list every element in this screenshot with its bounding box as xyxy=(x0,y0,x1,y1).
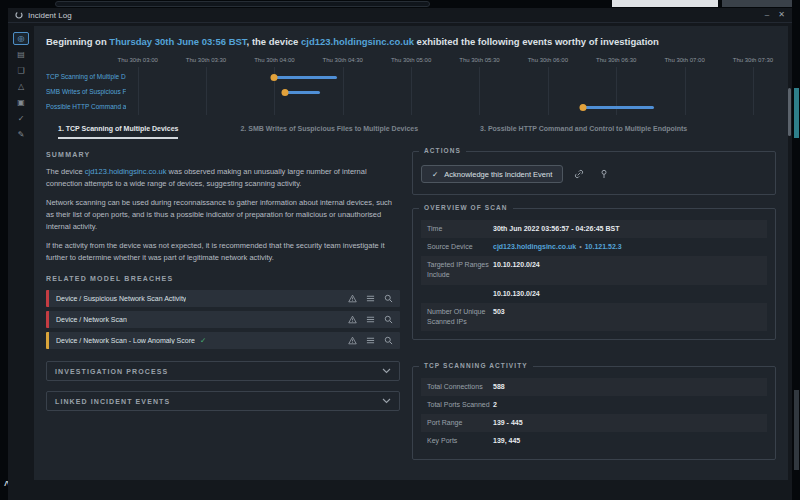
warning-triangle-icon[interactable] xyxy=(348,315,357,324)
chevron-down-icon[interactable] xyxy=(382,368,391,374)
list-icon[interactable] xyxy=(366,336,375,345)
edit-icon[interactable]: ✎ xyxy=(13,128,29,141)
link-icon xyxy=(574,169,584,179)
timeline-tick-label: Thu 30th 07:00 xyxy=(664,57,704,63)
bullet-separator: • xyxy=(579,243,581,250)
tcp-scanning-activity-title: TCP SCANNING ACTIVITY xyxy=(419,362,533,369)
breach-alert-icon[interactable]: △ xyxy=(13,80,29,93)
timeline-event-track xyxy=(126,85,774,99)
tcp-scanning-activity-panel: TCP SCANNING ACTIVITY Total Connections … xyxy=(412,366,776,460)
timeline-event-dot[interactable] xyxy=(281,89,288,96)
breach-row[interactable]: Device / Suspicious Network Scan Activit… xyxy=(46,290,400,307)
timeline-event-bar[interactable] xyxy=(285,91,321,94)
magnifier-icon[interactable] xyxy=(384,294,393,303)
breach-row-actions xyxy=(348,336,393,345)
chevron-down-icon[interactable] xyxy=(382,398,391,404)
tab-tcp-scanning[interactable]: 1. TCP Scanning of Multiple Devices xyxy=(58,125,178,139)
device-link[interactable]: cjd123.holdingsinc.co.uk xyxy=(85,167,167,176)
actions-row: ✓ Acknowledge this Incident Event xyxy=(421,163,767,186)
row-label: Key Ports xyxy=(427,436,493,446)
timeline-row-label[interactable]: TCP Scanning of Multiple D... xyxy=(46,69,126,84)
row-label: Time xyxy=(427,224,493,234)
breach-row[interactable]: Device / Network Scan xyxy=(46,311,400,328)
tab-smb-writes[interactable]: 2. SMB Writes of Suspicious Files to Mul… xyxy=(240,125,418,139)
list-icon[interactable] xyxy=(366,294,375,303)
overview-row-targeted-ranges: Targeted IP Ranges Include 10.10.120.0/2… xyxy=(421,256,767,284)
page-title: Beginning on Thursday 30th June 03:56 BS… xyxy=(46,36,776,47)
background-gray-sliver xyxy=(794,390,799,470)
link-action-button[interactable] xyxy=(570,165,588,183)
timeline-row-labels: TCP Scanning of Multiple D...SMB Writes … xyxy=(46,57,126,117)
source-device-link[interactable]: cjd123.holdingsinc.co.uk xyxy=(493,243,576,250)
row-value: cjd123.holdingsinc.co.uk•10.121.52.3 xyxy=(493,242,761,252)
investigation-process-section[interactable]: INVESTIGATION PROCESS xyxy=(46,361,400,381)
investigation-process-title: INVESTIGATION PROCESS xyxy=(55,368,168,375)
timeline-row-label[interactable]: SMB Writes of Suspicious F... xyxy=(46,84,126,99)
overview-row-time: Time 30th Jun 2022 03:56:57 - 04:26:45 B… xyxy=(421,220,767,238)
tcp-row-key-ports: Key Ports 139, 445 xyxy=(421,432,767,450)
pin-action-button[interactable] xyxy=(595,165,613,183)
acknowledge-button-label: Acknowledge this Incident Event xyxy=(444,170,552,179)
window-body: ◎ ▤ ❑ △ ▣ ✓ ✎ Beginning on Thursday 30th… xyxy=(8,23,792,500)
pin-icon xyxy=(599,169,609,179)
row-label: Number Of Unique Scanned IPs xyxy=(427,307,493,327)
tcp-row-total-connections: Total Connections 588 xyxy=(421,378,767,396)
device-link[interactable]: cjd123.holdingsinc.co.uk xyxy=(301,36,414,47)
list-icon[interactable] xyxy=(366,315,375,324)
breach-label: Device / Network Scan - Low Anomaly Scor… xyxy=(56,337,195,344)
task-check-icon[interactable]: ✓ xyxy=(13,112,29,125)
acknowledge-button[interactable]: ✓ Acknowledge this Incident Event xyxy=(421,165,563,183)
graph-icon[interactable]: ▤ xyxy=(13,48,29,61)
incident-page: Beginning on Thursday 30th June 03:56 BS… xyxy=(34,26,788,480)
comment-icon[interactable]: ❑ xyxy=(13,64,29,77)
breach-row-actions xyxy=(348,315,393,324)
timeline-tick-label: Thu 30th 05:30 xyxy=(459,57,499,63)
heading-prefix: Beginning on xyxy=(46,36,109,47)
overview-of-scan-title: OVERVIEW OF SCAN xyxy=(419,204,513,211)
heading-suffix: exhibited the following events worthy of… xyxy=(414,36,659,47)
summary-p1-pre: The device xyxy=(46,167,85,176)
timeline-event-bar[interactable] xyxy=(583,106,654,109)
magnifier-icon[interactable] xyxy=(384,336,393,345)
warning-triangle-icon[interactable] xyxy=(348,294,357,303)
row-value: 139 - 445 xyxy=(493,418,761,428)
shield-icon[interactable]: ▣ xyxy=(13,96,29,109)
row-value: 139, 445 xyxy=(493,436,761,446)
close-button[interactable]: ✕ xyxy=(778,11,785,19)
tcp-row-total-ports: Total Ports Scanned 2 xyxy=(421,396,767,414)
breach-row[interactable]: Device / Network Scan - Low Anomaly Scor… xyxy=(46,332,400,349)
summary-paragraph-3: If the activity from the device was not … xyxy=(46,240,400,263)
timeline-tick-label: Thu 30th 07:30 xyxy=(733,57,773,63)
source-ip-link[interactable]: 10.121.52.3 xyxy=(585,243,622,250)
timeline-tick-label: Thu 30th 03:00 xyxy=(117,57,157,63)
timeline-event-dot[interactable] xyxy=(579,104,586,111)
background-search-bar xyxy=(55,1,430,7)
overview-of-scan-panel: OVERVIEW OF SCAN Time 30th Jun 2022 03:5… xyxy=(412,208,776,340)
linked-incident-events-section[interactable]: LINKED INCIDENT EVENTS xyxy=(46,391,400,411)
timeline-event-bar[interactable] xyxy=(274,76,336,79)
timeline-tick-label: Thu 30th 04:30 xyxy=(323,57,363,63)
summary-paragraph-1: The device cjd123.holdingsinc.co.uk was … xyxy=(46,166,400,189)
warning-triangle-icon[interactable] xyxy=(348,336,357,345)
sidebar-icon-rail: ◎ ▤ ❑ △ ▣ ✓ ✎ xyxy=(8,23,34,500)
related-model-breaches-title: RELATED MODEL BREACHES xyxy=(46,275,400,282)
actions-panel: ACTIONS ✓ Acknowledge this Incident Even… xyxy=(412,151,776,195)
breach-row-actions xyxy=(348,294,393,303)
incident-date-link[interactable]: Thursday 30th June 03:56 BST xyxy=(109,36,246,47)
timeline-tick-label: Thu 30th 06:30 xyxy=(596,57,636,63)
timeline-row-label[interactable]: Possible HTTP Command and ... xyxy=(46,99,126,114)
minimize-button[interactable]: – xyxy=(765,11,769,19)
timeline-event-dot[interactable] xyxy=(271,74,278,81)
window-scrollbar-thumb[interactable] xyxy=(788,88,791,136)
overview-row-source-device: Source Device cjd123.holdingsinc.co.uk•1… xyxy=(421,238,767,256)
magnifier-icon[interactable] xyxy=(384,315,393,324)
event-timeline: TCP Scanning of Multiple D...SMB Writes … xyxy=(46,57,774,117)
incident-log-window: Incident Log – ✕ ◎ ▤ ❑ △ ▣ ✓ ✎ Beginning… xyxy=(8,8,792,500)
heading-mid: , the device xyxy=(247,36,301,47)
summary-section: SUMMARY The device cjd123.holdingsinc.co… xyxy=(46,151,400,263)
incident-eye-icon[interactable]: ◎ xyxy=(13,32,29,45)
timeline-plot[interactable]: Thu 30th 03:00Thu 30th 03:30Thu 30th 04:… xyxy=(126,57,774,117)
tab-http-command-control[interactable]: 3. Possible HTTP Command and Control to … xyxy=(480,125,687,139)
overview-row-unique-ips: Number Of Unique Scanned IPs 503 xyxy=(421,303,767,331)
event-tabs: 1. TCP Scanning of Multiple Devices 2. S… xyxy=(58,125,776,139)
